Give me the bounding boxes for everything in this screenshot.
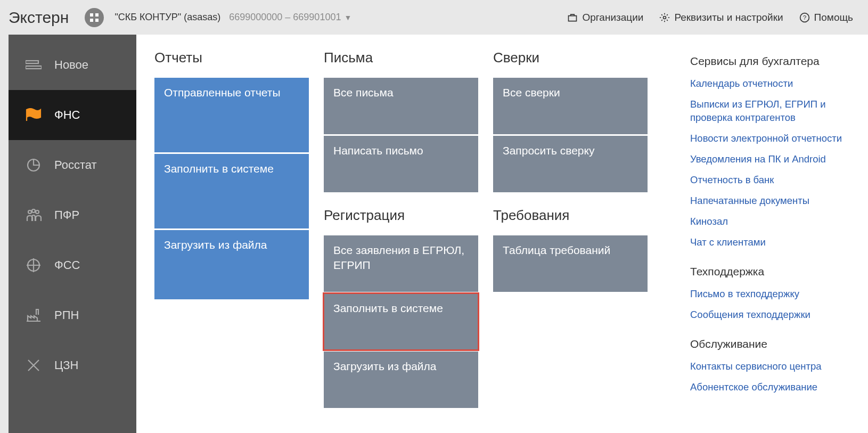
- svg-point-12: [36, 210, 39, 214]
- sidebar-item-fns[interactable]: ФНС: [9, 90, 136, 140]
- people-icon: [26, 208, 42, 222]
- help-label: Помощь: [814, 12, 853, 23]
- tile-all-checks[interactable]: Все сверки: [493, 78, 648, 134]
- sidebar-item-label: ФНС: [54, 108, 80, 122]
- sidebar-item-fss[interactable]: ФСС: [9, 240, 136, 290]
- group-checks: Сверки Все сверки Запросить сверку: [493, 50, 648, 192]
- sidebar-item-label: ФСС: [54, 258, 80, 272]
- sidebar-item-label: РПН: [54, 308, 79, 322]
- link-bank-reports[interactable]: Отчетность в банк: [690, 174, 850, 187]
- sidebar-item-rpn[interactable]: РПН: [9, 290, 136, 340]
- link-notifications[interactable]: Уведомления на ПК и Android: [690, 153, 850, 166]
- top-bar: Экстерн "СКБ КОНТУР" (asasas) 6699000000…: [0, 0, 868, 35]
- link-service-contacts[interactable]: Контакты сервисного центра: [690, 360, 850, 373]
- sidebar-item-label: Росстат: [54, 158, 97, 172]
- briefcase-icon: [567, 13, 578, 22]
- link-egrul[interactable]: Выписки из ЕГРЮЛ, ЕГРИП и проверка контр…: [690, 98, 850, 125]
- sidebar: Новое ФНС Росстат ПФР ФСС РПН ЦЗН: [9, 35, 136, 433]
- sidebar-item-new[interactable]: Новое: [9, 40, 136, 90]
- svg-point-10: [28, 210, 31, 214]
- link-cinema[interactable]: Кинозал: [690, 215, 850, 228]
- right-panel: Сервисы для бухгалтера Календарь отчетно…: [690, 50, 850, 433]
- tile-demands-table[interactable]: Таблица требований: [493, 235, 648, 292]
- link-subscription[interactable]: Абонентское обслуживание: [690, 381, 850, 394]
- flag-icon: [26, 108, 42, 122]
- help-icon: ?: [799, 12, 810, 23]
- tile-write-letter[interactable]: Написать письмо: [324, 136, 478, 192]
- rp-title-support: Техподдержка: [690, 265, 850, 278]
- organizations-link[interactable]: Организации: [567, 12, 643, 23]
- svg-point-11: [32, 209, 35, 213]
- main-area: Отчеты Отправленные отчеты Заполнить в с…: [136, 35, 868, 433]
- tile-registration-fill[interactable]: Заполнить в системе: [324, 293, 478, 350]
- app-logo: Экстерн: [9, 9, 69, 27]
- grid-icon: [89, 13, 99, 22]
- group-reports: Отчеты Отправленные отчеты Заполнить в с…: [154, 50, 309, 299]
- gear-icon: [659, 12, 670, 23]
- lines-icon: [26, 60, 42, 70]
- svg-text:?: ?: [803, 14, 806, 21]
- target-icon: [26, 258, 41, 273]
- link-support-messages[interactable]: Сообщения техподдержки: [690, 308, 850, 322]
- piechart-icon: [26, 158, 41, 173]
- link-chat[interactable]: Чат с клиентами: [690, 236, 850, 249]
- sidebar-item-label: ЦЗН: [54, 358, 78, 372]
- org-name[interactable]: "СКБ КОНТУР" (asasas): [114, 12, 220, 23]
- apps-grid-button[interactable]: [85, 8, 104, 27]
- group-title: Требования: [493, 207, 648, 224]
- sidebar-item-label: Новое: [54, 58, 88, 72]
- settings-link[interactable]: Реквизиты и настройки: [659, 12, 783, 23]
- group-title: Письма: [324, 50, 478, 66]
- svg-point-4: [664, 16, 666, 19]
- sidebar-item-czn[interactable]: ЦЗН: [9, 340, 136, 390]
- link-support-letter[interactable]: Письмо в техподдержку: [690, 288, 850, 301]
- tile-reports-upload[interactable]: Загрузить из файла: [154, 230, 309, 299]
- group-demands: Требования Таблица требований: [493, 207, 648, 292]
- chevron-down-icon[interactable]: ▼: [344, 13, 351, 22]
- group-title: Сверки: [493, 50, 648, 66]
- settings-label: Реквизиты и настройки: [674, 12, 783, 23]
- sidebar-item-label: ПФР: [54, 208, 79, 222]
- org-codes[interactable]: 6699000000 – 669901001: [229, 12, 341, 23]
- tile-sent-reports[interactable]: Отправленные отчеты: [154, 78, 309, 152]
- group-registration: Регистрация Все заявления в ЕГРЮЛ, ЕГРИП…: [324, 207, 478, 408]
- organizations-label: Организации: [582, 12, 643, 23]
- link-calendar[interactable]: Календарь отчетности: [690, 77, 850, 91]
- link-printed-docs[interactable]: Напечатанные документы: [690, 194, 850, 208]
- tile-reports-fill[interactable]: Заполнить в системе: [154, 154, 309, 228]
- group-title: Регистрация: [324, 207, 478, 224]
- rp-title-service: Обслуживание: [690, 338, 850, 350]
- help-link[interactable]: ? Помощь: [799, 12, 853, 23]
- svg-rect-0: [90, 13, 93, 17]
- sidebar-item-pfr[interactable]: ПФР: [9, 190, 136, 240]
- svg-rect-2: [90, 19, 93, 22]
- rp-title-services: Сервисы для бухгалтера: [690, 55, 850, 68]
- sidebar-item-rosstat[interactable]: Росстат: [9, 140, 136, 190]
- svg-rect-1: [95, 13, 99, 17]
- group-letters: Письма Все письма Написать письмо: [324, 50, 478, 192]
- svg-rect-8: [26, 66, 42, 69]
- svg-rect-7: [26, 61, 38, 63]
- tile-all-letters[interactable]: Все письма: [324, 78, 478, 134]
- factory-icon: [26, 308, 42, 322]
- link-news[interactable]: Новости электронной отчетности: [690, 132, 850, 145]
- tools-icon: [26, 358, 41, 373]
- group-title: Отчеты: [154, 50, 309, 66]
- svg-rect-3: [95, 19, 99, 22]
- tile-all-statements[interactable]: Все заявления в ЕГРЮЛ, ЕГРИП: [324, 235, 478, 292]
- tile-registration-upload[interactable]: Загрузить из файла: [324, 352, 478, 408]
- tile-request-check[interactable]: Запросить сверку: [493, 136, 648, 192]
